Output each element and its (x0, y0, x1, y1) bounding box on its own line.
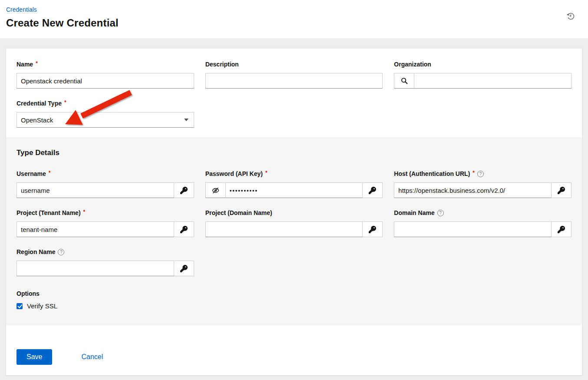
organization-field: Organization (394, 61, 571, 89)
region-name-field: Region Name ? (17, 248, 194, 276)
verify-ssl-row: Verify SSL (17, 302, 571, 310)
help-icon[interactable]: ? (477, 171, 484, 177)
eye-slash-icon (211, 186, 220, 195)
description-label: Description (205, 61, 239, 68)
username-credential-lookup-button[interactable] (174, 182, 194, 198)
history-icon (566, 12, 575, 20)
organization-search-button[interactable] (394, 73, 414, 89)
type-details-section: Type Details Username * (6, 137, 582, 325)
project-domain-field: Project (Domain Name) (205, 209, 383, 237)
history-button[interactable] (565, 11, 576, 21)
host-input[interactable] (394, 182, 552, 198)
create-credential-card: Name * Description Organization (6, 49, 582, 375)
search-icon (401, 77, 408, 84)
breadcrumb-credentials-link[interactable]: Credentials (6, 6, 37, 13)
name-input[interactable] (17, 73, 194, 89)
required-asterisk: * (36, 60, 38, 66)
project-domain-label: Project (Domain Name) (205, 209, 272, 216)
description-field: Description (205, 61, 383, 89)
required-asterisk: * (265, 170, 268, 176)
project-tenant-credential-lookup-button[interactable] (174, 221, 194, 237)
password-show-hide-button[interactable] (205, 182, 225, 198)
options-heading: Options (17, 290, 571, 297)
help-icon[interactable]: ? (437, 210, 444, 216)
credential-type-value: OpenStack (21, 116, 53, 124)
key-icon (369, 226, 376, 233)
organization-input[interactable] (414, 73, 571, 89)
caret-down-icon (184, 119, 188, 121)
password-input[interactable] (225, 182, 363, 198)
host-label: Host (Authentication URL) (394, 170, 470, 177)
domain-name-label: Domain Name (394, 209, 434, 216)
region-name-label: Region Name (17, 248, 55, 255)
host-field: Host (Authentication URL) * ? (394, 170, 571, 198)
page-header: Credentials Create New Credential (0, 0, 588, 38)
key-icon (180, 265, 188, 272)
credential-type-select[interactable]: OpenStack (17, 112, 194, 128)
domain-name-credential-lookup-button[interactable] (552, 221, 571, 237)
password-label: Password (API Key) (205, 170, 263, 177)
type-details-heading: Type Details (17, 149, 571, 157)
name-label: Name (17, 61, 33, 68)
description-input[interactable] (205, 73, 383, 89)
password-field: Password (API Key) * (205, 170, 383, 198)
username-label: Username (17, 170, 46, 177)
required-asterisk: * (64, 99, 66, 106)
key-icon (369, 187, 376, 194)
key-icon (558, 226, 565, 233)
domain-name-input[interactable] (394, 221, 552, 237)
region-name-input[interactable] (17, 261, 174, 276)
verify-ssl-checkbox[interactable] (17, 303, 23, 309)
project-tenant-field: Project (Tenant Name) * (17, 209, 194, 237)
key-icon (180, 187, 188, 194)
breadcrumb: Credentials (6, 6, 578, 13)
project-tenant-input[interactable] (17, 221, 174, 237)
key-icon (558, 187, 565, 194)
cancel-button[interactable]: Cancel (81, 353, 103, 361)
host-credential-lookup-button[interactable] (552, 182, 571, 198)
credential-type-field: Credential Type * OpenStack (17, 100, 194, 128)
help-icon[interactable]: ? (58, 249, 64, 255)
page-title: Create New Credential (6, 17, 578, 29)
name-field: Name * (17, 61, 194, 89)
project-tenant-label: Project (Tenant Name) (17, 209, 81, 216)
required-asterisk: * (472, 170, 475, 176)
credential-type-label: Credential Type (17, 100, 62, 107)
organization-label: Organization (394, 61, 431, 68)
username-field: Username * (17, 170, 194, 198)
required-asterisk: * (49, 170, 51, 176)
project-domain-credential-lookup-button[interactable] (363, 221, 383, 237)
region-name-credential-lookup-button[interactable] (174, 261, 194, 276)
basic-fields-section: Name * Description Organization (6, 49, 582, 137)
verify-ssl-label: Verify SSL (27, 302, 57, 310)
password-credential-lookup-button[interactable] (363, 182, 383, 198)
username-input[interactable] (17, 182, 174, 198)
form-actions: Save Cancel (6, 325, 582, 375)
domain-name-field: Domain Name ? (394, 209, 571, 237)
project-domain-input[interactable] (205, 221, 363, 237)
save-button[interactable]: Save (17, 349, 52, 365)
key-icon (180, 226, 188, 233)
required-asterisk: * (83, 209, 86, 215)
